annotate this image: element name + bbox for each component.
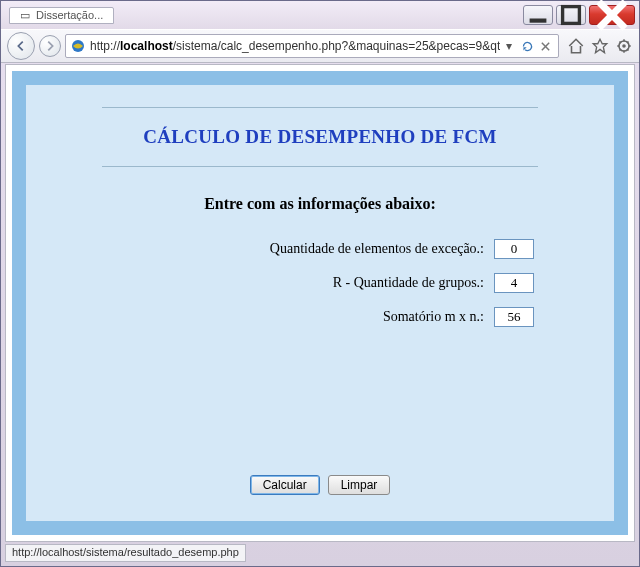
- divider-top: [102, 107, 539, 108]
- input-somatorio[interactable]: [494, 307, 534, 327]
- address-bar[interactable]: http://localhost/sistema/calc_desempenho…: [65, 34, 559, 58]
- dropdown-icon[interactable]: ▾: [500, 37, 518, 55]
- titlebar: ▭ Dissertação...: [1, 1, 639, 29]
- maximize-button[interactable]: [556, 5, 586, 25]
- panel: CÁLCULO DE DESEMPENHO DE FCM Entre com a…: [26, 85, 614, 521]
- forward-button[interactable]: [39, 35, 61, 57]
- refresh-icon[interactable]: [518, 37, 536, 55]
- favorites-icon[interactable]: [591, 37, 609, 55]
- page-icon: ▭: [20, 9, 30, 22]
- ie-icon: [70, 38, 86, 54]
- label-excecao: Quantidade de elementos de exceção.:: [270, 241, 484, 257]
- titlebar-left: ▭ Dissertação...: [9, 7, 523, 24]
- minimize-button[interactable]: [523, 5, 553, 25]
- browser-tab[interactable]: ▭ Dissertação...: [9, 7, 114, 24]
- limpar-button[interactable]: Limpar: [328, 475, 391, 495]
- row-excecao: Quantidade de elementos de exceção.:: [66, 239, 534, 259]
- viewport: CÁLCULO DE DESEMPENHO DE FCM Entre com a…: [5, 64, 635, 542]
- row-somatorio: Somatório m x n.:: [66, 307, 534, 327]
- form: Quantidade de elementos de exceção.: R -…: [66, 239, 574, 327]
- url-host: localhost: [120, 39, 173, 53]
- svg-rect-1: [563, 7, 580, 24]
- url-rest: /sistema/calc_desempenho.php?&maquinas=2…: [173, 39, 500, 53]
- page: CÁLCULO DE DESEMPENHO DE FCM Entre com a…: [12, 71, 628, 535]
- label-grupos: R - Quantidade de grupos.:: [333, 275, 484, 291]
- input-excecao[interactable]: [494, 239, 534, 259]
- input-grupos[interactable]: [494, 273, 534, 293]
- tools-icon[interactable]: [615, 37, 633, 55]
- stop-icon[interactable]: [536, 37, 554, 55]
- svg-point-8: [622, 44, 626, 48]
- home-icon[interactable]: [567, 37, 585, 55]
- address-text: http://localhost/sistema/calc_desempenho…: [90, 39, 500, 53]
- toolbar-right: [563, 37, 633, 55]
- back-button[interactable]: [7, 32, 35, 60]
- button-row: Calcular Limpar: [26, 475, 614, 495]
- close-button[interactable]: [589, 5, 635, 25]
- calcular-button[interactable]: Calcular: [250, 475, 320, 495]
- label-somatorio: Somatório m x n.:: [383, 309, 484, 325]
- row-grupos: R - Quantidade de grupos.:: [66, 273, 534, 293]
- divider-bottom: [102, 166, 539, 167]
- browser-window: ▭ Dissertação...: [0, 0, 640, 567]
- subtitle: Entre com as informações abaixo:: [66, 195, 574, 213]
- status-bar: http://localhost/sistema/resultado_desem…: [5, 544, 246, 562]
- toolbar: http://localhost/sistema/calc_desempenho…: [1, 29, 639, 63]
- tab-title: Dissertação...: [36, 9, 103, 21]
- page-title: CÁLCULO DE DESEMPENHO DE FCM: [66, 114, 574, 160]
- url-prefix: http://: [90, 39, 120, 53]
- window-buttons: [523, 5, 635, 25]
